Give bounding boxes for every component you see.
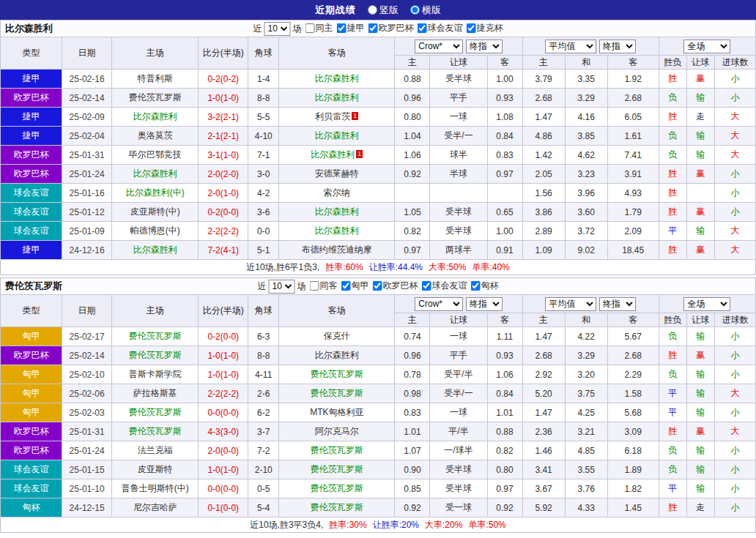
subcol-result-goals: 进球数 <box>714 313 755 327</box>
result-cell: 走 <box>686 498 714 518</box>
score-cell: 0-0(0-0) <box>199 479 248 498</box>
filter-checkbox[interactable] <box>368 23 378 33</box>
home-team-cell: 奥洛莫茨 <box>112 127 199 146</box>
result-cell: 赢 <box>686 422 714 441</box>
date-cell: 25-02-06 <box>62 384 112 403</box>
corner-cell: 2-6 <box>248 384 279 403</box>
league-badge: 匈甲 <box>1 365 62 384</box>
layout-vertical-option[interactable]: 竖版 <box>368 4 399 17</box>
away-team-cell: 比尔森胜利 <box>279 222 395 241</box>
vertical-radio[interactable] <box>368 5 377 15</box>
match-row: 球会友谊25-01-09帕德博恩(中)2-2(2-2)0-0比尔森胜利0.82受… <box>1 222 756 241</box>
subcol-result-goals: 进球数 <box>714 56 755 70</box>
team-name: 比尔森胜利 <box>315 92 359 102</box>
filter-option[interactable]: 欧罗巴杯 <box>368 22 414 34</box>
corner-cell: 4-2 <box>248 184 279 203</box>
filter-option[interactable]: 同主 <box>305 22 333 34</box>
date-cell: 25-02-04 <box>62 127 112 146</box>
col-header-type: 类型 <box>1 37 62 70</box>
avg-odds-cell: 4.22 <box>565 327 607 346</box>
filter-option[interactable]: 匈杯 <box>471 280 499 292</box>
scope-select[interactable]: 全场 <box>683 40 730 53</box>
corner-cell: 6-2 <box>248 403 279 422</box>
games-label: 场 <box>297 280 306 293</box>
odds-cell: 0.93 <box>487 89 522 108</box>
subcol-odds-handicap: 让球 <box>430 313 487 327</box>
match-row: 匈甲25-02-03费伦茨瓦罗斯0-0(0-0)6-2MTK匈格利亚0.83一球… <box>1 403 756 422</box>
score-cell: 2-0(2-0) <box>199 165 248 184</box>
scope-select[interactable]: 全场 <box>683 297 730 311</box>
filter-checkbox[interactable] <box>422 281 431 291</box>
result-cell: 小 <box>714 460 755 479</box>
match-count-select[interactable]: 10 <box>269 280 295 294</box>
league-badge: 匈甲 <box>1 327 62 346</box>
filter-checkbox[interactable] <box>341 281 351 291</box>
filter-checkbox[interactable] <box>310 281 319 291</box>
avg-odds-select[interactable]: 平均值 <box>545 297 596 311</box>
date-cell: 25-02-09 <box>62 108 112 127</box>
avg-final-select[interactable]: 终指 <box>599 40 636 53</box>
filter-option[interactable]: 欧罗巴杯 <box>373 280 418 292</box>
avg-odds-cell: 4.16 <box>565 108 607 127</box>
away-team-cell: 保克什 <box>279 327 395 346</box>
filter-option[interactable]: 捷甲 <box>337 22 365 34</box>
match-count-select[interactable]: 10 <box>264 22 291 36</box>
avg-odds-cell: 1.61 <box>607 127 659 146</box>
away-team-cell: 费伦茨瓦罗斯 <box>279 384 395 403</box>
team-name-title: 比尔森胜利 <box>5 22 53 35</box>
avg-odds-cell: 3.09 <box>607 422 659 441</box>
odds-cell: 0.97 <box>487 479 522 498</box>
filter-option[interactable]: 球会友谊 <box>418 22 463 34</box>
avg-odds-cell: 1.82 <box>607 479 659 498</box>
filter-option[interactable]: 同客 <box>310 280 338 292</box>
horizontal-radio[interactable] <box>410 5 420 15</box>
filter-option[interactable]: 捷克杯 <box>467 22 503 34</box>
results-table: 类型 日期 主场 比分(半场) 角球 客场 Crow* 终指 平均值 终指 全场 <box>0 294 756 518</box>
odds-company-select[interactable]: Crow* <box>415 40 463 53</box>
league-badge: 球会友谊 <box>1 460 62 479</box>
team-name: 比尔森胜利 <box>315 130 359 141</box>
odds-cell: 受半球 <box>430 203 487 222</box>
filter-checkbox[interactable] <box>305 23 315 33</box>
odds-company-select[interactable]: Crow* <box>415 297 463 311</box>
filter-checkboxes: 同客匈甲欧罗巴杯球会友谊匈杯 <box>306 280 499 293</box>
filter-checkbox[interactable] <box>471 281 481 291</box>
avg-final-select[interactable]: 终指 <box>599 297 636 311</box>
avg-odds-cell: 18.45 <box>607 241 659 260</box>
filter-option-label: 匈甲 <box>352 280 369 292</box>
filter-checkbox[interactable] <box>337 23 346 33</box>
league-badge: 捷甲 <box>1 108 62 127</box>
league-badge: 匈甲 <box>1 403 62 422</box>
avg-odds-select[interactable]: 平均值 <box>545 40 596 53</box>
league-badge: 捷甲 <box>1 70 62 89</box>
date-cell: 25-01-31 <box>62 146 112 165</box>
subcol-avg-away: 客 <box>607 56 659 70</box>
result-cell: 输 <box>686 365 714 384</box>
avg-odds-cell: 3.85 <box>565 127 607 146</box>
score-cell: 0-0(0-0) <box>199 403 248 422</box>
team-name: 布德约维茨迪纳摩 <box>302 244 372 255</box>
result-cell: 负 <box>659 460 686 479</box>
score-cell: 2-0(1-0) <box>199 184 248 203</box>
result-cell: 输 <box>686 384 714 403</box>
avg-odds-cell: 4.62 <box>565 146 607 165</box>
filter-checkbox[interactable] <box>418 23 427 33</box>
avg-odds-cell: 5.92 <box>522 498 565 518</box>
col-header-score: 比分(半场) <box>199 295 248 327</box>
odds-final-select[interactable]: 终指 <box>466 297 503 311</box>
odds-cell: 平/半 <box>430 422 487 441</box>
filter-checkbox[interactable] <box>467 23 476 33</box>
avg-odds-cell: 5.20 <box>522 384 565 403</box>
filter-checkbox[interactable] <box>373 281 382 291</box>
odds-final-select[interactable]: 终指 <box>466 40 503 53</box>
match-row: 球会友谊25-01-10普鲁士明斯特(中)0-0(0-0)0-5费伦茨瓦罗斯0.… <box>1 479 756 498</box>
filter-option[interactable]: 球会友谊 <box>422 280 467 292</box>
avg-odds-cell: 2.05 <box>522 165 565 184</box>
team-name: 比尔森胜利 <box>133 111 177 122</box>
vertical-radio-label: 竖版 <box>379 4 399 17</box>
result-cell: 负 <box>659 146 686 165</box>
away-team-cell: 比尔森胜利1 <box>279 146 395 165</box>
filter-option[interactable]: 匈甲 <box>341 280 369 292</box>
layout-horizontal-option[interactable]: 横版 <box>410 4 441 17</box>
result-cell: 负 <box>659 327 686 346</box>
